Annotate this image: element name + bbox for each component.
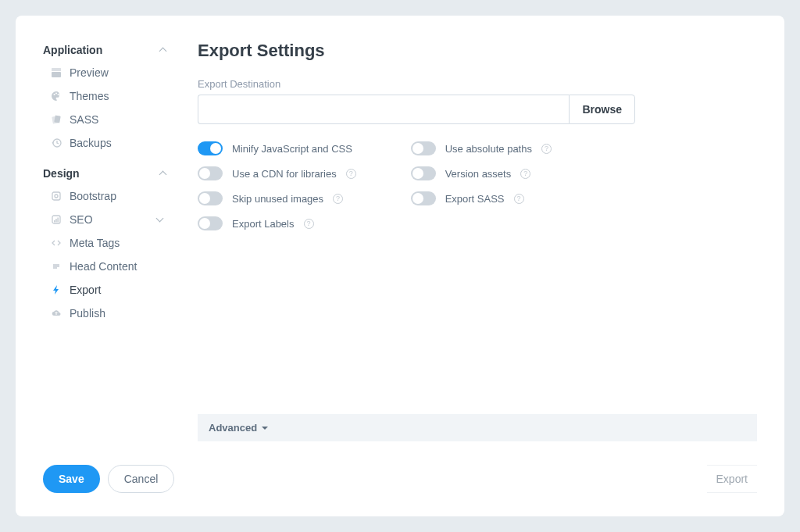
option-label: Use a CDN for libraries: [232, 168, 337, 180]
sidebar-item-label: Publish: [70, 307, 105, 320]
sidebar-section-label: Design: [43, 167, 80, 180]
sidebar-item-label: Meta Tags: [70, 237, 120, 249]
svg-rect-8: [52, 192, 60, 200]
sidebar-section-application[interactable]: Application: [43, 39, 168, 61]
history-icon: [51, 137, 62, 148]
sidebar-item-bootstrap[interactable]: Bootstrap: [43, 184, 168, 208]
content-area: Application Preview Themes: [43, 39, 757, 459]
sidebar-item-preview[interactable]: Preview: [43, 61, 168, 84]
sidebar-item-label: Backups: [70, 137, 112, 149]
save-button[interactable]: Save: [43, 465, 100, 493]
toggle-minify[interactable]: [198, 141, 223, 155]
cards-icon: [51, 114, 62, 125]
toggle-skip-images[interactable]: [198, 191, 223, 205]
svg-point-4: [58, 94, 59, 95]
advanced-section-toggle[interactable]: Advanced: [198, 414, 757, 441]
sidebar-section-design[interactable]: Design: [43, 162, 168, 184]
bolt-icon: [51, 284, 62, 295]
options-grid: Minify JavaScript and CSS Use a CDN for …: [198, 141, 757, 230]
sidebar-item-backups[interactable]: Backups: [43, 131, 168, 155]
svg-point-3: [55, 93, 57, 95]
sidebar-item-label: Themes: [70, 90, 109, 102]
help-icon[interactable]: ?: [541, 144, 552, 154]
sidebar-item-label: Preview: [70, 66, 109, 79]
sidebar-list-design: Bootstrap SEO Meta Tags: [43, 184, 168, 325]
advanced-label: Advanced: [209, 422, 257, 434]
option-label: Use absolute paths: [445, 143, 532, 155]
chart-icon: [51, 214, 62, 225]
options-column-right: Use absolute paths ? Version assets ? Ex…: [411, 141, 552, 230]
destination-label: Export Destination: [198, 78, 757, 90]
sidebar-item-meta-tags[interactable]: Meta Tags: [43, 231, 168, 255]
sidebar-item-sass[interactable]: SASS: [43, 108, 168, 131]
lines-icon: [51, 261, 62, 272]
export-button[interactable]: Export: [707, 465, 757, 493]
sidebar-item-label: Bootstrap: [70, 190, 116, 202]
cancel-button[interactable]: Cancel: [108, 465, 175, 493]
chevron-up-icon: [160, 170, 168, 177]
help-icon[interactable]: ?: [520, 169, 530, 179]
sidebar-item-themes[interactable]: Themes: [43, 84, 168, 108]
sidebar-section-label: Application: [43, 44, 102, 56]
help-icon[interactable]: ?: [346, 169, 356, 179]
browse-button[interactable]: Browse: [569, 95, 635, 124]
toggle-version-assets[interactable]: [411, 166, 436, 180]
svg-rect-11: [54, 220, 55, 223]
sidebar-item-label: SEO: [70, 213, 93, 226]
option-cdn: Use a CDN for libraries ?: [198, 166, 356, 180]
options-column-left: Minify JavaScript and CSS Use a CDN for …: [198, 141, 356, 230]
sidebar-item-export[interactable]: Export: [43, 278, 168, 302]
svg-rect-13: [57, 218, 59, 223]
sidebar-item-publish[interactable]: Publish: [43, 302, 168, 325]
option-label: Minify JavaScript and CSS: [232, 143, 352, 155]
option-version-assets: Version assets ?: [411, 166, 552, 180]
sidebar: Application Preview Themes: [43, 39, 168, 459]
page-title: Export Settings: [198, 41, 757, 61]
destination-input[interactable]: [198, 95, 569, 124]
help-icon[interactable]: ?: [304, 219, 314, 229]
option-label: Version assets: [445, 168, 512, 180]
clapper-icon: [51, 67, 62, 78]
footer: Save Cancel Export: [43, 459, 757, 493]
toggle-absolute-paths[interactable]: [411, 141, 436, 155]
toggle-cdn[interactable]: [198, 166, 223, 180]
footer-left: Save Cancel: [43, 465, 174, 493]
main-content: Export Settings Export Destination Brows…: [198, 39, 757, 459]
option-export-labels: Export Labels ?: [198, 216, 356, 230]
destination-row: Browse: [198, 95, 635, 124]
help-icon[interactable]: ?: [333, 194, 343, 204]
svg-rect-0: [52, 68, 61, 71]
palette-icon: [51, 91, 62, 102]
bootstrap-icon: [51, 191, 62, 202]
sidebar-list-application: Preview Themes SASS: [43, 61, 168, 155]
svg-point-9: [55, 195, 58, 198]
sidebar-item-label: Head Content: [70, 260, 137, 273]
settings-panel: Application Preview Themes: [16, 16, 784, 516]
sidebar-item-seo[interactable]: SEO: [43, 208, 168, 231]
option-absolute-paths: Use absolute paths ?: [411, 141, 552, 155]
option-skip-images: Skip unused images ?: [198, 191, 356, 205]
option-export-sass: Export SASS ?: [411, 191, 552, 205]
svg-rect-12: [55, 219, 57, 223]
caret-down-icon: [262, 427, 268, 430]
help-icon[interactable]: ?: [514, 194, 524, 204]
toggle-export-sass[interactable]: [411, 191, 436, 205]
option-label: Skip unused images: [232, 193, 323, 205]
option-label: Export SASS: [445, 193, 505, 205]
toggle-export-labels[interactable]: [198, 216, 223, 230]
sidebar-item-label: Export: [70, 284, 101, 296]
sidebar-item-head-content[interactable]: Head Content: [43, 255, 168, 278]
svg-point-2: [54, 94, 55, 95]
option-minify: Minify JavaScript and CSS: [198, 141, 356, 155]
chevron-down-icon: [157, 216, 165, 223]
sidebar-item-label: SASS: [70, 113, 98, 126]
option-label: Export Labels: [232, 218, 295, 230]
chevron-up-icon: [160, 46, 168, 54]
cloud-upload-icon: [51, 308, 62, 319]
svg-rect-1: [52, 72, 61, 77]
code-icon: [51, 237, 62, 248]
